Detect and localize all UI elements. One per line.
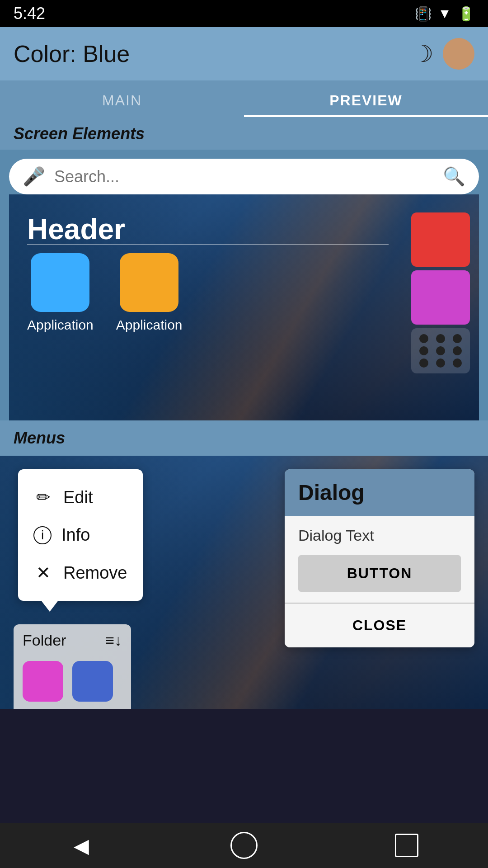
tab-main[interactable]: MAIN: [0, 80, 244, 117]
dialog-header: Dialog: [285, 469, 474, 516]
dialog-button[interactable]: BUTTON: [298, 555, 461, 592]
dot-6: [453, 346, 462, 355]
search-input[interactable]: [54, 167, 434, 186]
edit-icon: ✏: [33, 487, 53, 507]
menu-item-remove[interactable]: ✕ Remove: [18, 554, 143, 592]
nav-home-button[interactable]: [226, 827, 262, 863]
dot-9: [453, 359, 462, 368]
app-icon-1[interactable]: Application: [27, 253, 94, 333]
vibrate-icon: 📳: [415, 6, 432, 22]
nav-bar: ◀: [0, 823, 488, 868]
folder-title: Folder: [23, 632, 66, 649]
dot-3: [453, 334, 462, 343]
nav-recents-button[interactable]: [389, 827, 425, 863]
back-icon: ◀: [74, 834, 89, 857]
menu-item-edit[interactable]: ✏ Edit: [18, 478, 143, 516]
dot-8: [436, 359, 445, 368]
app-icon-2[interactable]: Application: [116, 253, 183, 333]
dots-grid[interactable]: [411, 328, 470, 373]
dialog-popup: Dialog Dialog Text BUTTON CLOSE: [285, 469, 474, 647]
folder-icon-blue[interactable]: [72, 661, 113, 702]
folder-sort-icon[interactable]: ≡↓: [105, 632, 122, 649]
dialog-text: Dialog Text: [298, 527, 461, 544]
color-swatch-purple[interactable]: [411, 270, 470, 325]
dot-2: [436, 334, 445, 343]
menus-label: Menus: [0, 420, 488, 456]
battery-icon: 🔋: [458, 6, 474, 22]
folder-icon-magenta[interactable]: [23, 661, 63, 702]
app-icon-2-label: Application: [116, 317, 183, 333]
recents-icon: [395, 834, 418, 857]
dot-4: [419, 346, 428, 355]
folder-icons: [14, 656, 131, 709]
status-time: 5:42: [14, 4, 45, 23]
remove-icon: ✕: [33, 563, 53, 583]
tabs-bar: MAIN PREVIEW: [0, 80, 488, 117]
app-header: Color: Blue ☽: [0, 27, 488, 80]
context-menu: ✏ Edit i Info ✕ Remove: [18, 469, 143, 601]
dialog-title: Dialog: [298, 480, 461, 505]
right-panel: [411, 212, 470, 373]
search-bar: 🎤 🔍: [9, 159, 479, 194]
app-icon-square-blue: [31, 253, 89, 312]
menus-preview: ✏ Edit i Info ✕ Remove Dialog Dialog Tex…: [0, 456, 488, 709]
avatar[interactable]: [443, 38, 474, 70]
app-icon-1-label: Application: [27, 317, 94, 333]
wifi-icon: ▼: [438, 6, 451, 21]
app-title: Color: Blue: [14, 40, 130, 67]
app-icon-square-orange: [120, 253, 178, 312]
folder-widget: Folder ≡↓: [14, 624, 131, 709]
dot-7: [419, 359, 428, 368]
search-icon[interactable]: 🔍: [443, 166, 465, 187]
moon-icon[interactable]: ☽: [413, 40, 434, 67]
preview-area: Header Application Application: [9, 194, 479, 420]
menu-remove-label: Remove: [63, 563, 127, 583]
tab-preview[interactable]: PREVIEW: [244, 80, 488, 117]
status-bar: 5:42 📳 ▼ 🔋: [0, 0, 488, 27]
header-icons: ☽: [413, 38, 474, 70]
info-icon: i: [33, 526, 52, 544]
menu-edit-label: Edit: [63, 488, 93, 507]
folder-header: Folder ≡↓: [14, 624, 131, 656]
app-icons: Application Application: [27, 253, 183, 333]
header-divider: [27, 244, 389, 245]
dialog-body: Dialog Text BUTTON: [285, 516, 474, 603]
status-icons: 📳 ▼ 🔋: [415, 6, 474, 22]
nav-back-button[interactable]: ◀: [63, 827, 99, 863]
menus-section: Menus ✏ Edit i Info ✕ Remove Dialog Dial…: [0, 420, 488, 709]
screen-elements-label: Screen Elements: [0, 117, 488, 150]
menu-info-label: Info: [61, 525, 90, 545]
microphone-icon[interactable]: 🎤: [23, 166, 45, 187]
screen-elements-area: 🎤 🔍 Header Application Application: [0, 150, 488, 420]
preview-header-text: Header: [27, 212, 125, 246]
dot-1: [419, 334, 428, 343]
dialog-close-button[interactable]: CLOSE: [285, 604, 474, 647]
home-icon: [230, 832, 258, 859]
color-swatch-red[interactable]: [411, 212, 470, 267]
menu-item-info[interactable]: i Info: [18, 516, 143, 554]
dot-5: [436, 346, 445, 355]
